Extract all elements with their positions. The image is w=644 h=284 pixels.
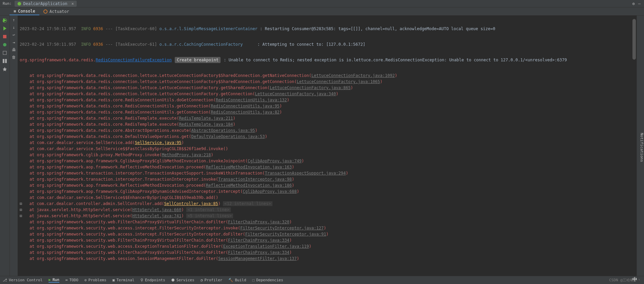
ime-indicator[interactable]: 中 xyxy=(632,277,637,283)
footer-problems[interactable]: ⊘Problems xyxy=(84,278,107,282)
wrap-icon[interactable]: ↩ xyxy=(13,33,15,37)
stack-frame: at org.springframework.data.redis.core.R… xyxy=(20,109,634,115)
stack-frame: at org.springframework.security.web.Filt… xyxy=(20,219,634,225)
footer-version-control[interactable]: ⎇Version Control xyxy=(3,278,42,282)
stack-frame: at org.springframework.security.web.acce… xyxy=(20,231,634,237)
pin-icon[interactable] xyxy=(2,66,7,72)
footer-build[interactable]: 🔨Build xyxy=(228,278,246,282)
stack-frame: ⊞ at javax.servlet.http.HttpServlet.serv… xyxy=(20,213,634,219)
svg-point-0 xyxy=(17,2,21,5)
source-link[interactable]: MethodProxy.java:218 xyxy=(162,153,211,157)
print-icon[interactable]: 🖶 xyxy=(12,47,16,52)
create-breakpoint-button[interactable]: Create breakpoint xyxy=(175,57,221,63)
footer-endpoints[interactable]: ⚲Endpoints xyxy=(140,278,165,282)
source-link[interactable]: SellController.java:85 xyxy=(164,201,218,206)
source-link[interactable]: FilterChainProxy.java:320 xyxy=(228,220,289,224)
source-link[interactable]: FilterSecurityInterceptor.java:127 xyxy=(240,226,324,230)
terminal-icon: ▣ xyxy=(113,278,115,282)
run-configuration[interactable]: DealcarApplication × xyxy=(15,1,77,7)
source-link[interactable]: AbstractOperations.java:95 xyxy=(191,128,255,133)
source-link[interactable]: DefaultValueOperations.java:53 xyxy=(191,134,265,139)
source-link[interactable]: FilterChainProxy.java:334 xyxy=(228,250,289,255)
expand-icon[interactable]: ⊞ xyxy=(20,213,23,219)
source-link[interactable]: TransactionInterceptor.java:98 xyxy=(218,177,292,182)
source-link[interactable]: HttpServlet.java:741 xyxy=(132,214,182,218)
svg-rect-2 xyxy=(3,35,6,38)
source-link[interactable]: LettuceConnectionFactory.java:865 xyxy=(270,85,351,90)
stack-frame: at org.springframework.security.web.Filt… xyxy=(20,249,634,256)
tab-console[interactable]: ≡ Console xyxy=(10,7,39,15)
source-link[interactable]: LettuceConnectionFactory.java:1092 xyxy=(311,73,395,78)
footer-terminal[interactable]: ▣Terminal xyxy=(113,278,135,282)
stack-frame: at org.springframework.security.web.Filt… xyxy=(20,237,634,243)
footer-profiler[interactable]: ◔Profiler xyxy=(201,278,223,282)
collapsed-frames[interactable]: <12 internal lines> xyxy=(223,201,272,206)
source-link[interactable]: FilterSecurityInterceptor.java:91 xyxy=(245,232,326,237)
tool-window-bar: ⎇Version Control ▶Run ≔TODO ⊘Problems ▣T… xyxy=(0,276,644,284)
console-scrollbar[interactable] xyxy=(632,19,636,60)
stack-frame: at org.springframework.data.redis.core.R… xyxy=(20,103,634,109)
source-link[interactable]: LettuceConnectionFactory.java:340 xyxy=(255,92,336,96)
source-link[interactable]: SellService.java:95 xyxy=(135,140,182,145)
rerun-icon[interactable] xyxy=(2,18,7,23)
exception-class-link[interactable]: RedisConnectionFailureException xyxy=(96,58,172,62)
close-tab-icon[interactable]: × xyxy=(72,1,74,6)
debug-icon[interactable] xyxy=(2,42,7,47)
console-output[interactable]: 2023-02-24 17:50:11.957 INFO 6936 --- [T… xyxy=(18,16,637,276)
source-link[interactable]: ExceptionTranslationFilter.java:119 xyxy=(223,244,309,249)
console-toolbar: ↑ ↓ ↩ ⇥ 🖶 🗑 xyxy=(10,16,18,276)
log-line: 2023-02-24 17:50:11.957 INFO 6936 --- [T… xyxy=(20,26,634,32)
source-link[interactable]: CglibAopProxy.java:688 xyxy=(243,189,297,194)
source-link[interactable]: RedisTemplate.java:211 xyxy=(179,116,233,121)
source-link[interactable]: LettuceConnectionFactory.java:1065 xyxy=(297,79,380,84)
footer-todo[interactable]: ≔TODO xyxy=(65,278,78,282)
stack-frame: at org.springframework.data.redis.core.A… xyxy=(20,127,634,134)
run-icon[interactable] xyxy=(2,26,7,31)
gear-icon[interactable]: ⚙ xyxy=(632,1,635,6)
down-arrow-icon[interactable]: ↓ xyxy=(13,25,15,30)
collapsed-frames[interactable]: <1 internal line> xyxy=(186,207,231,212)
tab-actuator[interactable]: Actuator xyxy=(39,7,73,15)
expand-icon[interactable]: ⊞ xyxy=(20,201,23,207)
stack-frame: at org.springframework.data.redis.core.R… xyxy=(20,115,634,121)
source-link[interactable]: ReflectiveMethodInvocation.java:186 xyxy=(206,183,292,188)
source-link[interactable]: SessionManagementFilter.java:137 xyxy=(218,256,297,261)
expand-icon[interactable]: ⊞ xyxy=(20,207,23,213)
collapsed-frames[interactable]: <5 internal lines> xyxy=(186,214,233,218)
source-link[interactable]: RedisConnectionUtils.java:82 xyxy=(211,110,280,115)
source-link[interactable]: TransactionAspectSupport.java:294 xyxy=(265,171,345,176)
dump-icon[interactable] xyxy=(2,50,7,56)
footer-run[interactable]: ▶Run xyxy=(49,278,59,283)
source-link[interactable]: RedisConnectionUtils.java:95 xyxy=(211,104,280,108)
source-link[interactable]: RedisTemplate.java:184 xyxy=(179,122,233,127)
source-link[interactable]: CglibAopProxy.java:749 xyxy=(248,159,302,163)
todo-icon: ≔ xyxy=(65,278,68,282)
source-link[interactable]: ReflectiveMethodInvocation.java:163 xyxy=(206,165,292,169)
stack-frame: at org.springframework.cglib.proxy.Metho… xyxy=(20,152,634,158)
source-link[interactable]: HttpServlet.java:660 xyxy=(132,207,182,212)
source-link[interactable]: RedisConnectionUtils.java:132 xyxy=(216,98,287,102)
spring-icon xyxy=(17,2,21,6)
source-link[interactable]: FilterChainProxy.java:334 xyxy=(228,238,289,243)
stack-frame: at com.car.dealcar.service.SellService.a… xyxy=(20,140,634,146)
minimize-icon[interactable]: — xyxy=(638,1,641,6)
endpoints-icon: ⚲ xyxy=(140,278,143,282)
exception-line: org.springframework.data.redis.RedisConn… xyxy=(20,57,634,63)
up-arrow-icon[interactable]: ↑ xyxy=(13,18,15,22)
branch-icon: ⎇ xyxy=(3,278,7,282)
right-side-notifications[interactable]: Notifications xyxy=(637,16,644,276)
svg-rect-6 xyxy=(5,59,7,63)
stack-frame: at org.springframework.aop.framework.Cgl… xyxy=(20,158,634,164)
problems-icon: ⊘ xyxy=(84,278,87,282)
footer-services[interactable]: ⬢Services xyxy=(171,278,194,282)
stack-frame: at org.springframework.transaction.inter… xyxy=(20,170,634,176)
stack-frame: at org.springframework.data.redis.core.R… xyxy=(20,97,634,103)
stack-frame: at org.springframework.data.redis.connec… xyxy=(20,85,634,91)
stop-icon[interactable] xyxy=(2,34,7,39)
svg-rect-5 xyxy=(3,59,4,63)
clear-icon[interactable]: 🗑 xyxy=(12,55,16,60)
layout-icon[interactable] xyxy=(2,58,7,64)
svg-point-3 xyxy=(3,43,6,46)
footer-dependencies[interactable]: ⬚Dependencies xyxy=(252,278,283,282)
scroll-end-icon[interactable]: ⇥ xyxy=(13,40,15,45)
